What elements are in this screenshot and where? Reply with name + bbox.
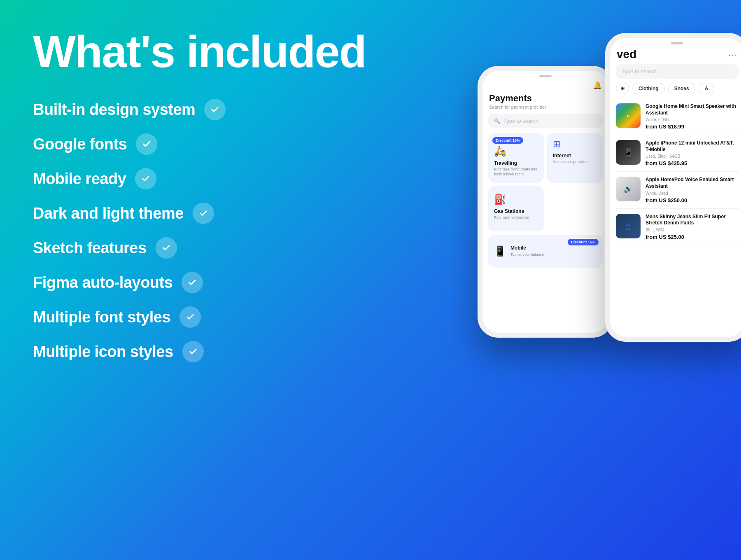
phone-left: 🔔 Payments Search for payment provider 🔍… [478, 66, 613, 338]
product-name-homepod: Apple HomePod Voice Enabled Smart Assist… [645, 177, 739, 189]
internet-desc: See service providers [553, 160, 597, 165]
check-badge-sketch [156, 237, 177, 259]
check-badge-figma-layouts [182, 272, 203, 293]
payment-grid: Discount 10% 🛵 Travelling Purchase fligh… [482, 133, 608, 231]
product-info-homepod: Apple HomePod Voice Enabled Smart Assist… [645, 177, 739, 203]
homepod-img: 🔊 [616, 177, 641, 201]
product-price-iphone: from US $435.95 [645, 160, 739, 166]
gas-desc: Purchase for your car [494, 215, 538, 220]
check-badge-dark-light [193, 203, 214, 224]
feature-label-font-styles: Multiple font styles [33, 308, 170, 326]
product-price-homepod: from US $250.00 [645, 197, 739, 203]
feature-label-mobile-ready: Mobile ready [33, 170, 126, 188]
feature-label-figma-layouts: Figma auto-layouts [33, 274, 172, 292]
internet-title: Internet [553, 153, 597, 159]
payments-search[interactable]: 🔍 Type to search [488, 114, 603, 128]
iphone-img: 📱 [616, 140, 641, 165]
feature-figma-layouts: Figma auto-layouts [33, 272, 272, 293]
check-badge-font-styles [179, 306, 201, 328]
search-icon: 🔍 [494, 118, 500, 124]
shop-search-placeholder: Type to search [622, 68, 657, 75]
discount-badge-travelling: Discount 10% [492, 137, 523, 144]
features-list: Built-in design systemGoogle fontsMobile… [33, 99, 272, 362]
product-price-google-home: from US $18.99 [645, 124, 739, 130]
phones-container: 🔔 Payments Search for payment provider 🔍… [478, 33, 741, 342]
mobile-discount-badge: Discount 15% [568, 239, 599, 245]
check-badge-google-fonts [136, 133, 157, 155]
google-home-img: G [616, 103, 641, 128]
feature-google-fonts: Google fonts [33, 133, 272, 155]
shop-search[interactable]: Type to search [616, 64, 739, 79]
feature-label-google-fonts: Google fonts [33, 135, 127, 153]
phone-left-screen: 🔔 Payments Search for payment provider 🔍… [482, 71, 608, 333]
product-price-jeans: from US $25.00 [645, 234, 739, 240]
gas-title: Gas Stations [494, 208, 538, 214]
feature-design-system: Built-in design system [33, 99, 272, 120]
feature-dark-light: Dark and light theme [33, 203, 272, 224]
feature-sketch: Sketch features [33, 237, 272, 259]
category-shoes[interactable]: Shoes [668, 83, 695, 94]
shop-header: ved ··· [610, 44, 741, 63]
product-info-google-home: Google Home Mini Smart Speaker with Assi… [645, 103, 739, 130]
product-item-google-home[interactable]: G Google Home Mini Smart Speaker with As… [616, 98, 739, 135]
product-list: G Google Home Mini Smart Speaker with As… [610, 98, 741, 337]
product-name-iphone: Apple iPhone 12 mini Unlocked AT&T, T-Mo… [645, 140, 739, 153]
product-variant-homepod: White, Used [645, 191, 739, 196]
feature-label-dark-light: Dark and light theme [33, 205, 184, 222]
product-image-jeans: 👖 [616, 214, 641, 238]
product-variant-jeans: Blue, W34 [645, 228, 739, 232]
feature-label-design-system: Built-in design system [33, 101, 195, 119]
check-badge-mobile-ready [135, 168, 156, 189]
mobile-desc: Top up your balance [510, 252, 544, 257]
travelling-desc: Purchase flight tickets and book a hotel… [494, 167, 538, 177]
payments-title: Payments [482, 91, 608, 105]
travelling-card[interactable]: Discount 10% 🛵 Travelling Purchase fligh… [488, 133, 544, 183]
shop-title: ved [617, 48, 636, 61]
check-badge-icon-styles [182, 341, 204, 362]
product-variant-iphone: Used, Black, 64GB [645, 154, 739, 159]
payments-subtitle: Search for payment provider [482, 105, 608, 114]
phone-right-screen: ved ··· Type to search ⊞ Clothing Shoes … [610, 38, 741, 337]
product-image-iphone: 📱 [616, 140, 641, 165]
product-variant-google-home: White, 64GB [645, 117, 739, 122]
travelling-icon: 🛵 [494, 145, 538, 157]
product-info-iphone: Apple iPhone 12 mini Unlocked AT&T, T-Mo… [645, 140, 739, 166]
category-more[interactable]: A [699, 83, 715, 94]
mobile-card-info: Mobile Top up your balance [510, 245, 544, 257]
feature-icon-styles: Multiple icon styles [33, 341, 272, 362]
search-placeholder: Type to search [503, 118, 538, 124]
phone-right: ved ··· Type to search ⊞ Clothing Shoes … [605, 33, 741, 342]
product-item-iphone[interactable]: 📱 Apple iPhone 12 mini Unlocked AT&T, T-… [616, 135, 739, 172]
bell-icon: 🔔 [593, 81, 602, 90]
more-options-icon[interactable]: ··· [728, 50, 738, 59]
internet-card[interactable]: ⊞ Internet See service providers [547, 133, 603, 183]
jeans-img: 👖 [616, 214, 641, 238]
gas-icon: ⛽ [494, 194, 538, 205]
travelling-title: Travelling [494, 160, 538, 166]
payments-header: 🔔 [482, 77, 608, 91]
feature-label-sketch: Sketch features [33, 239, 147, 257]
gas-stations-card[interactable]: ⛽ Gas Stations Purchase for your car [488, 186, 544, 231]
category-all-icon[interactable]: ⊞ [616, 83, 629, 94]
feature-font-styles: Multiple font styles [33, 306, 272, 328]
category-clothing[interactable]: Clothing [632, 83, 665, 94]
product-image-google-home: G [616, 103, 641, 128]
mobile-title: Mobile [510, 245, 544, 251]
mobile-icon: 📱 [494, 245, 506, 257]
product-name-jeans: Mens Skinny Jeans Slim Fit Super Stretch… [645, 214, 739, 226]
qr-icon: ⊞ [553, 139, 597, 149]
product-name-google-home: Google Home Mini Smart Speaker with Assi… [645, 103, 739, 116]
check-badge-design-system [204, 99, 226, 120]
product-item-jeans[interactable]: 👖 Mens Skinny Jeans Slim Fit Super Stret… [616, 209, 739, 245]
product-item-homepod[interactable]: 🔊 Apple HomePod Voice Enabled Smart Assi… [616, 172, 739, 208]
product-info-jeans: Mens Skinny Jeans Slim Fit Super Stretch… [645, 214, 739, 240]
feature-label-icon-styles: Multiple icon styles [33, 343, 173, 361]
product-image-homepod: 🔊 [616, 177, 641, 201]
mobile-card[interactable]: 📱 Mobile Top up your balance Discount 15… [488, 235, 603, 268]
categories-row: ⊞ Clothing Shoes A [610, 83, 741, 98]
feature-mobile-ready: Mobile ready [33, 168, 272, 189]
